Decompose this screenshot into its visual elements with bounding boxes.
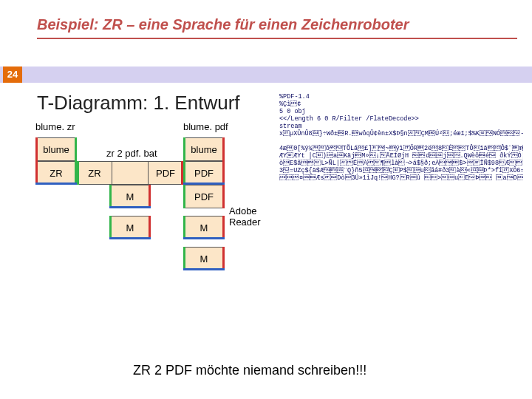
slide-title: Beispiel: ZR – eine Sprache für einen Ze… [37,16,517,39]
page-number: 24 [3,66,22,83]
footer-text: ZR 2 PDF möchte niemand schreiben!!! [133,363,366,378]
label-adobe-reader: Adobe Reader [229,205,272,228]
reader-top-box: PDF [183,185,225,208]
t2-top-label: blume [191,144,216,155]
reader-top-label: PDF [194,191,214,202]
reader-bot-box: M [183,216,225,239]
label-zr2pdf: zr 2 pdf. bat [106,148,157,159]
slide-subtitle: T-Diagramm: 1. Entwurf [37,92,240,115]
comp-right-box: PDF [148,161,183,185]
reader-m2-label: M [200,253,208,265]
comp-left-label: ZR [88,168,100,179]
reader-m2-box: M [183,247,225,270]
t1-bot-box: ZR [35,161,77,185]
t1-top-box: blume [35,137,77,161]
t2-bot-box: PDF [183,161,225,185]
comp-mid-fill [112,161,148,185]
t1-bot-label: ZR [50,168,62,179]
t1-top-label: blume [43,144,69,155]
label-blume-zr: blume. zr [35,121,75,132]
t-diagram: blume. zr blume. pdf blume ZR blume PDF … [35,121,272,343]
comp-bot-label: M [126,191,134,202]
label-blume-pdf: blume. pdf [183,121,228,132]
comp-m2-label: M [126,222,134,233]
reader-bot-label: M [200,222,208,233]
header-bar [0,66,532,83]
comp-bot-box: M [109,185,151,208]
t2-top-box: blume [183,137,225,161]
t2-bot-label: PDF [194,168,214,179]
pdf-hexdump: %PDF-1.4 %Çì¢ 5 0 obj <</Length 6 0 R/F… [279,93,523,182]
comp-right-label: PDF [156,168,175,179]
comp-left-box: ZR [77,161,112,185]
comp-m2-box: M [109,216,151,239]
